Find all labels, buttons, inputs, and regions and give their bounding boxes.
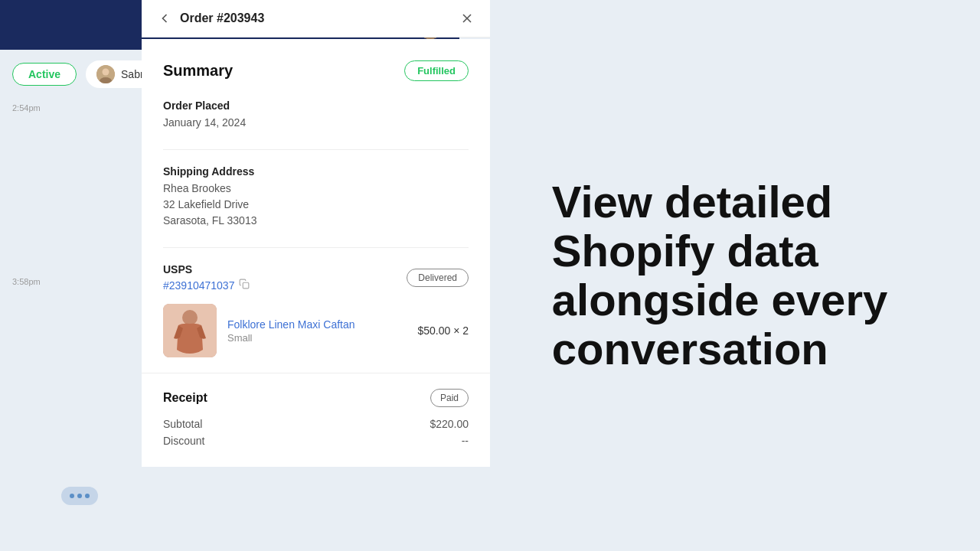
summary-header: Summary Fulfilled bbox=[163, 60, 469, 81]
address-line3: Sarasota, FL 33013 bbox=[163, 213, 469, 229]
product-price: $50.00 × 2 bbox=[417, 324, 469, 337]
subtotal-row: Subtotal $220.00 bbox=[163, 418, 469, 430]
left-panel: Active Sabrina B 2:54pm ⋮ 3:58pm ⋮ bbox=[0, 0, 459, 551]
marketing-headline: View detailed Shopify data alongside eve… bbox=[552, 178, 887, 373]
carrier-label: USPS bbox=[163, 263, 250, 276]
right-panel: View detailed Shopify data alongside eve… bbox=[459, 0, 980, 551]
svg-point-8 bbox=[103, 69, 109, 76]
product-name[interactable]: Folklore Linen Maxi Caftan bbox=[227, 318, 407, 331]
chat-time-1: 2:54pm bbox=[12, 103, 41, 112]
order-close-button[interactable] bbox=[459, 11, 475, 26]
discount-label: Discount bbox=[163, 435, 204, 447]
receipt-section: Receipt Paid Subtotal $220.00 Discount -… bbox=[142, 373, 490, 467]
usps-left: USPS #23910471037 bbox=[163, 263, 250, 292]
copy-icon[interactable] bbox=[239, 279, 250, 292]
svg-point-14 bbox=[182, 310, 198, 325]
discount-value: -- bbox=[462, 435, 469, 447]
product-price-value: $50.00 bbox=[417, 324, 450, 337]
product-image bbox=[163, 304, 217, 357]
order-header: Order #203943 bbox=[142, 0, 490, 37]
paid-badge: Paid bbox=[430, 389, 469, 407]
subtotal-label: Subtotal bbox=[163, 418, 202, 430]
divider-1 bbox=[163, 149, 469, 150]
order-content: Summary Fulfilled Order Placed January 1… bbox=[142, 39, 490, 373]
usps-row: USPS #23910471037 Delivered bbox=[163, 263, 469, 292]
headline-line4: conversation bbox=[552, 324, 828, 373]
tracking-row: #23910471037 bbox=[163, 279, 250, 292]
order-date: January 14, 2024 bbox=[163, 115, 469, 131]
receipt-title: Receipt bbox=[163, 391, 207, 405]
divider-2 bbox=[163, 247, 469, 248]
shipping-address-section: Shipping Address Rhea Brookes 32 Lakefie… bbox=[163, 165, 469, 229]
shipping-address-label: Shipping Address bbox=[163, 165, 469, 178]
headline-line1: View detailed bbox=[552, 177, 832, 227]
typing-dot-1 bbox=[70, 494, 74, 498]
headline-line2: Shopify data bbox=[552, 226, 818, 276]
fulfilled-badge: Fulfilled bbox=[404, 60, 469, 81]
order-back-button[interactable] bbox=[157, 11, 172, 26]
product-quantity: × 2 bbox=[453, 324, 469, 337]
order-placed-section: Order Placed January 14, 2024 bbox=[163, 99, 469, 131]
product-row: Folklore Linen Maxi Caftan Small $50.00 … bbox=[163, 304, 469, 357]
typing-area bbox=[61, 487, 98, 505]
summary-title: Summary bbox=[163, 62, 233, 80]
address-line2: 32 Lakefield Drive bbox=[163, 197, 469, 213]
product-info: Folklore Linen Maxi Caftan Small bbox=[227, 318, 407, 344]
order-title: Order #203943 bbox=[180, 11, 452, 25]
typing-dot-3 bbox=[85, 494, 90, 498]
svg-rect-12 bbox=[243, 282, 250, 289]
tracking-number-link[interactable]: #23910471037 bbox=[163, 279, 234, 292]
chat-time-2: 3:58pm bbox=[12, 277, 41, 286]
subtotal-value: $220.00 bbox=[430, 418, 469, 430]
order-placed-label: Order Placed bbox=[163, 99, 469, 112]
typing-dot-2 bbox=[77, 494, 82, 498]
receipt-header: Receipt Paid bbox=[163, 389, 469, 407]
active-badge[interactable]: Active bbox=[12, 63, 77, 86]
headline-line3: alongside every bbox=[552, 275, 887, 324]
product-variant: Small bbox=[227, 332, 407, 344]
order-panel: Order #203943 Summary Fulfilled Order Pl… bbox=[142, 0, 490, 551]
address-line1: Rhea Brookes bbox=[163, 181, 469, 197]
delivered-badge: Delivered bbox=[407, 269, 469, 287]
discount-row: Discount -- bbox=[163, 435, 469, 447]
